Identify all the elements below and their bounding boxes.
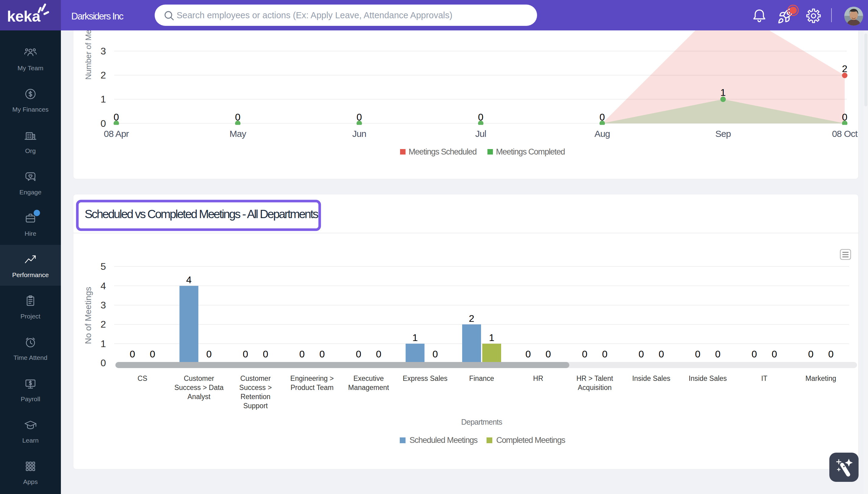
svg-text:0: 0 <box>695 348 701 360</box>
svg-text:Express Sales: Express Sales <box>403 375 448 382</box>
svg-text:Engineering >: Engineering > <box>290 375 334 382</box>
svg-text:CS: CS <box>138 375 147 382</box>
svg-text:Success >: Success > <box>239 384 272 392</box>
svg-text:1: 1 <box>412 332 418 343</box>
svg-text:0: 0 <box>357 112 362 122</box>
svg-text:0: 0 <box>235 112 240 122</box>
svg-text:3: 3 <box>101 45 106 57</box>
svg-text:2: 2 <box>101 319 106 330</box>
svg-text:0: 0 <box>828 348 834 360</box>
svg-text:Completed Meetings: Completed Meetings <box>496 436 565 445</box>
svg-text:0: 0 <box>432 348 438 360</box>
svg-text:0: 0 <box>150 348 155 360</box>
svg-text:08 Apr: 08 Apr <box>104 129 129 139</box>
svg-text:Scheduled Meetings: Scheduled Meetings <box>410 436 478 445</box>
svg-text:5: 5 <box>101 261 106 272</box>
svg-text:Departments: Departments <box>461 418 502 426</box>
svg-text:Support: Support <box>243 402 268 410</box>
svg-text:Scheduled vs Completed Meeting: Scheduled vs Completed Meetings - All De… <box>85 207 319 221</box>
svg-text:0: 0 <box>638 348 644 360</box>
svg-text:0: 0 <box>113 112 119 122</box>
svg-text:0: 0 <box>525 348 531 360</box>
svg-text:0: 0 <box>319 348 325 360</box>
svg-text:HR: HR <box>533 375 543 382</box>
svg-text:No of Meetings: No of Meetings <box>84 287 93 344</box>
svg-text:0: 0 <box>263 348 268 360</box>
svg-text:Analyst: Analyst <box>187 393 211 401</box>
svg-text:Number of Meetings: Number of Meetings <box>84 31 93 80</box>
svg-text:Sep: Sep <box>716 129 731 139</box>
svg-text:Inside Sales: Inside Sales <box>689 375 727 382</box>
svg-text:Inside Sales: Inside Sales <box>632 375 670 382</box>
svg-text:1: 1 <box>101 94 106 104</box>
svg-text:2: 2 <box>842 63 848 74</box>
svg-text:Customer: Customer <box>240 375 271 382</box>
svg-text:Management: Management <box>348 384 389 392</box>
svg-text:Product Team: Product Team <box>290 384 333 392</box>
svg-text:Meetings Completed: Meetings Completed <box>496 147 565 156</box>
svg-text:Retention: Retention <box>240 393 270 401</box>
svg-text:Marketing: Marketing <box>806 375 836 382</box>
svg-text:0: 0 <box>206 348 212 360</box>
svg-text:Jun: Jun <box>352 129 366 139</box>
svg-text:0: 0 <box>808 348 814 360</box>
svg-text:4: 4 <box>186 274 192 285</box>
svg-text:2: 2 <box>101 70 106 81</box>
svg-text:1: 1 <box>101 338 106 349</box>
svg-text:4: 4 <box>101 281 106 291</box>
svg-text:Success > Data: Success > Data <box>175 384 224 392</box>
svg-text:0: 0 <box>299 348 305 360</box>
svg-text:0: 0 <box>478 112 484 122</box>
svg-text:IT: IT <box>761 375 767 382</box>
svg-text:3: 3 <box>101 300 106 310</box>
svg-text:0: 0 <box>546 348 551 360</box>
svg-text:0: 0 <box>582 348 587 360</box>
svg-text:Acquisition: Acquisition <box>578 384 612 392</box>
svg-text:0: 0 <box>602 348 608 360</box>
svg-text:0: 0 <box>658 348 664 360</box>
svg-text:0: 0 <box>243 348 248 360</box>
svg-text:0: 0 <box>715 348 721 360</box>
svg-text:HR > Talent: HR > Talent <box>576 375 613 382</box>
svg-text:Finance: Finance <box>469 375 494 382</box>
svg-text:Aug: Aug <box>595 129 610 139</box>
svg-text:08 Oct: 08 Oct <box>832 129 858 139</box>
svg-text:Customer: Customer <box>184 375 214 382</box>
svg-text:0: 0 <box>376 348 381 360</box>
svg-text:Executive: Executive <box>354 375 384 382</box>
svg-text:May: May <box>230 129 246 139</box>
svg-text:0: 0 <box>772 348 777 360</box>
svg-text:Jul: Jul <box>475 129 486 139</box>
svg-text:0: 0 <box>101 357 106 368</box>
svg-text:2: 2 <box>469 313 474 324</box>
svg-text:0: 0 <box>842 112 848 122</box>
svg-text:0: 0 <box>599 112 605 122</box>
svg-text:0: 0 <box>356 348 361 360</box>
svg-text:0: 0 <box>752 348 757 360</box>
svg-text:1: 1 <box>489 332 494 343</box>
svg-text:0: 0 <box>101 118 106 129</box>
svg-text:1: 1 <box>720 87 726 98</box>
svg-text:Meetings Scheduled: Meetings Scheduled <box>409 147 476 156</box>
svg-text:0: 0 <box>130 348 135 360</box>
